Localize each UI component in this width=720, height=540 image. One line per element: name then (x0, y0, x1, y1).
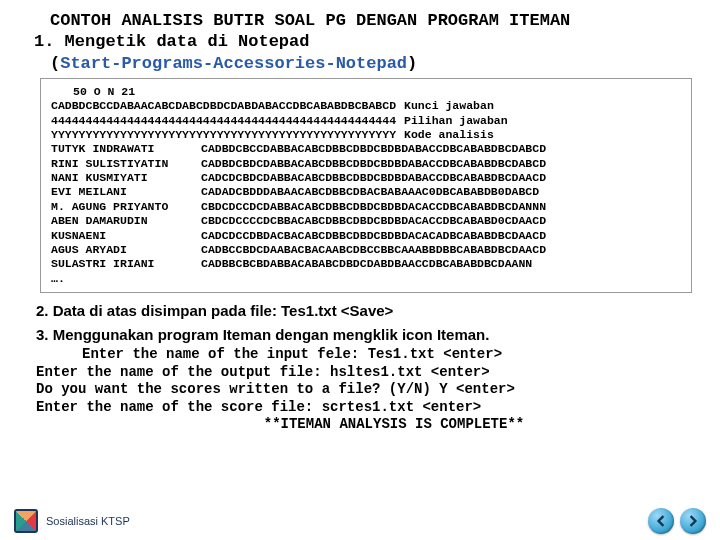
run-line: Do you want the scores written to a file… (36, 381, 692, 399)
step-3: 3. Menggunakan program Iteman dengan men… (36, 325, 692, 345)
table-row: KUSNAENICADCDCCDBDACBACABCDBBCDBDCBDBDAC… (51, 229, 681, 243)
step-2: 2. Data di atas disimpan pada file: Tes1… (36, 301, 692, 321)
opt-label: Pilihan jawaban (396, 114, 508, 128)
chevron-left-icon (655, 515, 667, 527)
slide-title: CONTOH ANALISIS BUTIR SOAL PG DENGAN PRO… (18, 10, 702, 74)
next-button[interactable] (680, 508, 706, 534)
run-line: Enter the name of the score file: scrtes… (36, 399, 692, 417)
table-row: M. AGUNG PRIYANTOCBDCDCCDCDABBACABCDBBCD… (51, 200, 681, 214)
table-row: ABEN DAMARUDINCBDCDCCCCDCBBACABCDBBCDBDC… (51, 214, 681, 228)
title-line3: (Start-Programs-Accessories-Notepad) (18, 53, 702, 74)
run-complete: **ITEMAN ANALYSIS IS COMPLETE** (36, 416, 692, 434)
key-label: Kunci jawaban (396, 99, 494, 113)
run-output: Enter the name of the input fele: Tes1.t… (36, 346, 692, 434)
chevron-right-icon (687, 515, 699, 527)
table-row: NANI KUSMIYATICADCDCBDCDABBACABCDBBCDBDC… (51, 171, 681, 185)
logo-icon (14, 509, 38, 533)
ellipsis: …. (51, 272, 681, 286)
title-line2: 1. Mengetik data di Notepad (18, 31, 702, 52)
notepad-content: 50 O N 21 CADBDCBCCDABAACABCDABCDBDCDABD… (40, 78, 692, 293)
table-row: TUTYK INDRAWATICADBDCBCCDABBACABCDBBCDBD… (51, 142, 681, 156)
table-row: SULASTRI IRIANICADBBCBCBDABBACABABCDBDCD… (51, 257, 681, 271)
run-line: Enter the name of the output file: hslte… (36, 364, 692, 382)
code-header: 50 O N 21 (51, 85, 681, 99)
ana-label: Kode analisis (396, 128, 494, 142)
title-line1: CONTOH ANALISIS BUTIR SOAL PG DENGAN PRO… (18, 10, 702, 31)
footer: Sosialisasi KTSP (0, 502, 720, 540)
table-row: RINI SULISTIYATINCADBDCBDCDABBACABCDBBCD… (51, 157, 681, 171)
key-line: CADBDCBCCDABAACABCDABCDBDCDABDABACCDBCAB… (51, 99, 396, 113)
ana-line: YYYYYYYYYYYYYYYYYYYYYYYYYYYYYYYYYYYYYYYY… (51, 128, 396, 142)
notepad-path: Start-Programs-Accessories-Notepad (60, 54, 407, 73)
nav-controls (648, 508, 706, 534)
run-line: Enter the name of the input fele: Tes1.t… (36, 346, 692, 364)
footer-text: Sosialisasi KTSP (46, 515, 130, 527)
table-row: AGUS ARYADICADBCCBDCDAABACBACAABCDBCCBBC… (51, 243, 681, 257)
table-row: EVI MEILANICADADCBDDDABAACABCDBBCDBACBAB… (51, 185, 681, 199)
opt-line: 4444444444444444444444444444444444444444… (51, 114, 396, 128)
prev-button[interactable] (648, 508, 674, 534)
